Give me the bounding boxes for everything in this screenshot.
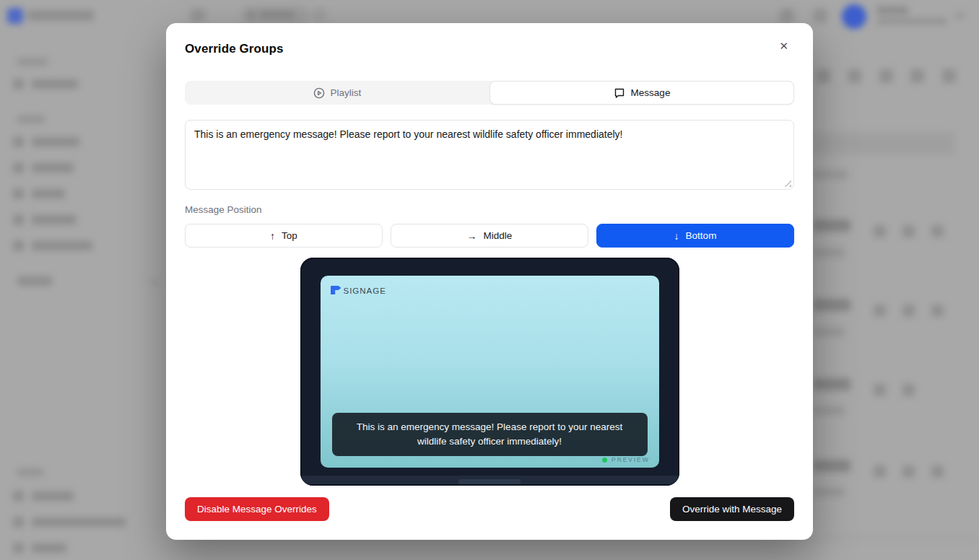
disable-message-overrides-button[interactable]: Disable Message Overrides xyxy=(185,497,329,521)
position-bottom-button[interactable]: ↓ Bottom xyxy=(596,224,794,248)
override-type-tabs: Playlist Message xyxy=(185,81,794,105)
preview-badge: PREVIEW xyxy=(602,456,650,463)
arrow-right-icon: → xyxy=(467,231,477,241)
preview-message-box: This is an emergency message! Please rep… xyxy=(332,413,648,456)
override-with-message-button[interactable]: Override with Message xyxy=(670,497,794,521)
preview-badge-label: PREVIEW xyxy=(612,456,650,463)
preview-screen: SIGNAGE This is an emergency message! Pl… xyxy=(321,276,659,468)
modal-title: Override Groups xyxy=(185,42,284,56)
message-textarea[interactable]: This is an emergency message! Please rep… xyxy=(185,120,794,190)
tab-playlist-label: Playlist xyxy=(331,87,362,98)
play-circle-icon xyxy=(313,87,325,99)
pisignage-logo-icon xyxy=(331,284,341,297)
close-icon[interactable]: ✕ xyxy=(778,39,790,53)
message-position-group: ↑ Top → Middle ↓ Bottom xyxy=(185,224,794,248)
green-dot-icon xyxy=(602,458,607,463)
tab-message-label: Message xyxy=(631,87,671,98)
position-top-button[interactable]: ↑ Top xyxy=(185,224,383,248)
message-position-label: Message Position xyxy=(185,204,794,216)
tv-stand-notch xyxy=(458,479,521,484)
tab-message[interactable]: Message xyxy=(490,81,794,105)
tv-preview: SIGNAGE This is an emergency message! Pl… xyxy=(300,258,679,486)
tab-playlist[interactable]: Playlist xyxy=(185,81,490,105)
signage-brand: SIGNAGE xyxy=(331,284,386,297)
arrow-down-icon: ↓ xyxy=(674,231,679,241)
position-top-label: Top xyxy=(282,230,297,241)
arrow-up-icon: ↑ xyxy=(270,231,275,241)
position-bottom-label: Bottom xyxy=(686,230,717,241)
signage-brand-label: SIGNAGE xyxy=(344,286,386,295)
position-middle-button[interactable]: → Middle xyxy=(391,224,588,248)
chat-icon xyxy=(614,87,625,99)
position-middle-label: Middle xyxy=(484,230,513,241)
override-groups-modal: Override Groups ✕ Playlist Message This … xyxy=(166,23,813,540)
